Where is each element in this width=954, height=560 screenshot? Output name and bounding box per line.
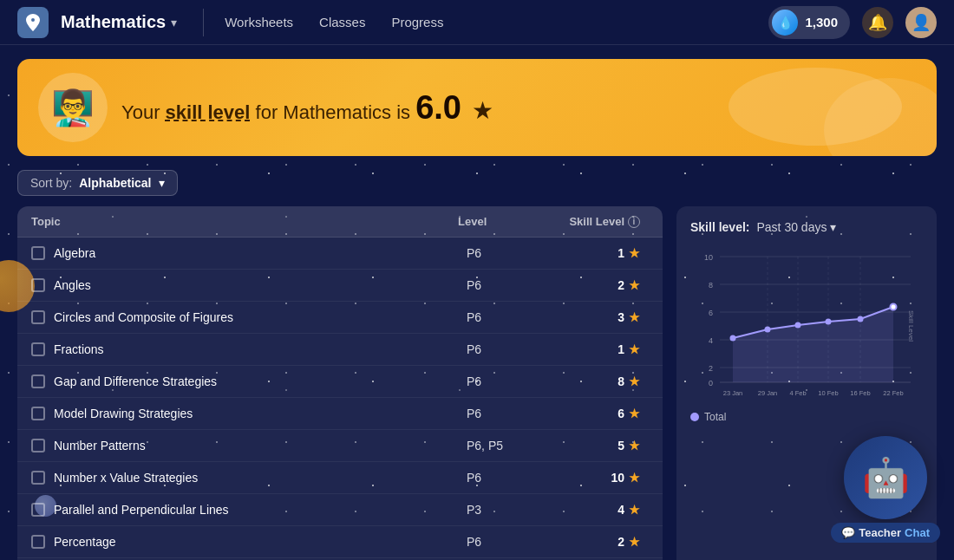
header-skill-level: Skill Level i (545, 215, 649, 228)
table-row: Number Patterns P6, P5 5 ★ (17, 430, 663, 462)
chart-period-label: Past 30 days (756, 220, 827, 234)
topic-name: Number x Value Strategies (54, 471, 198, 485)
topic-checkbox[interactable] (31, 310, 45, 324)
topic-cell: Number Patterns (31, 439, 458, 453)
user-avatar[interactable]: 👤 (905, 7, 937, 38)
topic-checkbox[interactable] (31, 246, 45, 260)
header-level: Level (458, 215, 545, 228)
skill-cell: 6 ★ (545, 407, 649, 420)
topic-cell: Circles and Composite of Figures (31, 310, 458, 324)
nav-links: Worksheets Classes Progress (225, 15, 768, 29)
nav-link-progress[interactable]: Progress (391, 15, 443, 29)
legend-total-label: Total (704, 411, 726, 423)
banner-text: Your skill level for Mathematics is 6.0 … (121, 89, 493, 127)
skill-cell: 2 ★ (545, 535, 649, 549)
sort-chevron-icon: ▾ (159, 176, 165, 190)
topics-table: Topic Level Skill Level i Algebra P6 1 ★ (17, 206, 663, 560)
level-cell: P6 (458, 407, 545, 420)
topic-checkbox[interactable] (31, 439, 45, 453)
sort-dropdown[interactable]: Sort by: Alphabetical ▾ (17, 170, 178, 196)
svg-point-25 (765, 327, 771, 333)
sort-value: Alphabetical (79, 176, 151, 190)
main-content: 👨‍🏫 Your skill level for Mathematics is … (0, 45, 954, 560)
skill-value: 6 (617, 407, 624, 420)
banner-skill-label: skill level (166, 101, 251, 123)
logo-icon (17, 7, 49, 38)
notifications-button[interactable]: 🔔 (862, 7, 893, 38)
banner-text-middle: for Mathematics is (256, 101, 416, 123)
svg-point-29 (891, 304, 897, 310)
skill-banner: 👨‍🏫 Your skill level for Mathematics is … (17, 59, 937, 156)
teacher-chat-label: 💬 Teacher Chat (831, 523, 940, 543)
brand-logo[interactable]: Mathematics ▾ (17, 7, 177, 38)
skill-value: 4 (617, 503, 624, 517)
topic-checkbox[interactable] (31, 503, 45, 517)
svg-text:4 Feb: 4 Feb (789, 389, 806, 397)
svg-marker-23 (733, 307, 893, 382)
skill-star-icon: ★ (629, 278, 640, 292)
navbar: Mathematics ▾ Worksheets Classes Progres… (0, 0, 954, 45)
chart-header: Skill level: Past 30 days ▾ (690, 220, 923, 234)
sort-bar: Sort by: Alphabetical ▾ (17, 170, 937, 196)
table-row: Fractions P6 1 ★ (17, 334, 663, 366)
svg-text:Skill Level: Skill Level (907, 310, 915, 342)
topic-name: Number Patterns (54, 439, 146, 453)
brand-chevron-icon: ▾ (171, 16, 177, 29)
skill-value: 1 (617, 246, 624, 260)
svg-text:29 Jan: 29 Jan (758, 389, 778, 397)
level-cell: P6 (458, 310, 545, 324)
topic-checkbox[interactable] (31, 278, 45, 292)
chat-chat-text: Chat (905, 526, 930, 539)
skill-star-icon: ★ (629, 535, 640, 549)
level-cell: P6 (458, 471, 545, 485)
topic-cell: Model Drawing Strategies (31, 407, 458, 420)
svg-text:10: 10 (704, 253, 713, 262)
topic-checkbox[interactable] (31, 471, 45, 485)
table-row: Percentage P6 2 ★ (17, 526, 663, 558)
topic-checkbox[interactable] (31, 407, 45, 420)
coin-icon: 💧 (772, 10, 798, 36)
table-row: Gap and Difference Strategies P6 8 ★ (17, 366, 663, 398)
topic-name: Circles and Composite of Figures (54, 310, 233, 324)
topic-cell: Parallel and Perpendicular Lines (31, 503, 458, 517)
nav-link-worksheets[interactable]: Worksheets (225, 15, 293, 29)
topic-name: Percentage (54, 535, 116, 549)
skill-star-icon: ★ (629, 503, 640, 517)
skill-cell: 8 ★ (545, 374, 649, 388)
table-row: Model Drawing Strategies P6 6 ★ (17, 398, 663, 430)
topic-checkbox[interactable] (31, 374, 45, 388)
banner-character: 👨‍🏫 (38, 73, 108, 142)
chart-period-dropdown[interactable]: Past 30 days ▾ (756, 220, 836, 234)
banner-skill-value: 6.0 (415, 89, 461, 126)
teacher-chat-button[interactable]: 🤖 💬 Teacher Chat (831, 436, 940, 543)
svg-text:8: 8 (709, 281, 713, 290)
topic-cell: Fractions (31, 342, 458, 356)
chart-title: Skill level: (690, 220, 749, 234)
skill-value: 2 (617, 535, 624, 549)
topic-cell: Gap and Difference Strategies (31, 374, 458, 388)
legend-dot-total (690, 413, 699, 421)
skill-star-icon: ★ (629, 342, 640, 356)
skill-value: 5 (617, 439, 624, 453)
svg-text:0: 0 (709, 379, 713, 387)
topic-name: Fractions (54, 342, 104, 356)
topic-checkbox[interactable] (31, 342, 45, 356)
skill-cell: 3 ★ (545, 310, 649, 324)
svg-point-24 (730, 335, 736, 342)
table-row: Angles P6 2 ★ (17, 270, 663, 302)
topic-checkbox[interactable] (31, 535, 45, 549)
chart-svg: 10 8 6 4 2 0 Skill Level 23 Jan 29 Jan 4… (690, 248, 923, 404)
level-cell: P6 (458, 246, 545, 260)
nav-right: 💧 1,300 🔔 👤 (768, 6, 937, 39)
table-row: Number x Value Strategies P6 10 ★ (17, 462, 663, 494)
nav-link-classes[interactable]: Classes (319, 15, 365, 29)
skill-level-info-icon[interactable]: i (628, 216, 640, 228)
topic-name: Parallel and Perpendicular Lines (54, 503, 229, 517)
svg-point-27 (826, 319, 832, 325)
skill-value: 1 (617, 342, 624, 356)
level-cell: P3 (458, 503, 545, 517)
topic-cell: Algebra (31, 246, 458, 260)
brand-name: Mathematics (61, 12, 166, 32)
chart-legend: Total (690, 411, 923, 423)
svg-text:23 Jan: 23 Jan (723, 389, 743, 397)
